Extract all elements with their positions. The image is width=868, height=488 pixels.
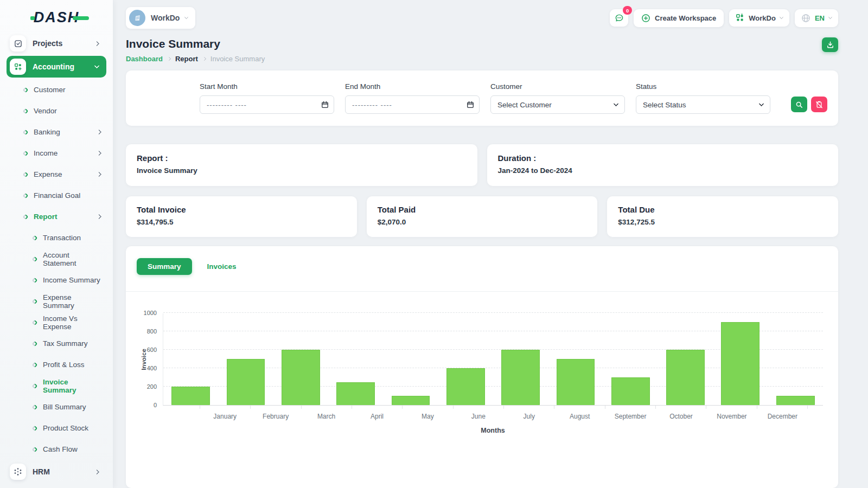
sidebar-item-expense-summary[interactable]: Expense Summary — [7, 291, 106, 312]
app-logo[interactable]: DASH — [7, 7, 106, 28]
bar-slot-december — [768, 313, 823, 405]
bar-march[interactable] — [282, 350, 320, 405]
bar-slot-march — [273, 313, 328, 405]
sidebar-item-vendor[interactable]: Vendor — [7, 100, 106, 121]
bar-slot-september — [603, 313, 658, 405]
main-area: WorkDo 0 Create Workspace WorkDo — [113, 0, 868, 488]
status-select[interactable]: Select Status — [636, 95, 770, 114]
stat-card-total-paid: Total Paid$2,070.0 — [367, 196, 598, 237]
sidebar-item-customer[interactable]: Customer — [7, 79, 106, 100]
bullet-icon — [31, 383, 37, 389]
topbar-actions: 0 Create Workspace WorkDo EN — [610, 9, 838, 27]
sidebar-item-invoice-summary[interactable]: Invoice Summary — [7, 375, 106, 396]
sidebar-item-income-vs-expense[interactable]: Income Vs Expense — [7, 312, 106, 333]
breadcrumb-report[interactable]: Report — [175, 55, 198, 63]
bullet-icon — [31, 277, 37, 283]
clear-filter-icon — [815, 101, 823, 108]
workdo-menu-button[interactable]: WorkDo — [729, 9, 789, 27]
sidebar-item-accounting[interactable]: Accounting — [7, 56, 106, 78]
bullet-icon — [31, 298, 37, 304]
x-tick — [504, 406, 554, 409]
bar-slot-may — [383, 313, 438, 405]
x-tick — [302, 406, 352, 409]
tab-summary[interactable]: Summary — [137, 258, 192, 275]
sidebar-item-account-statement[interactable]: Account Statement — [7, 248, 106, 269]
workspace-selector[interactable]: WorkDo — [126, 7, 195, 29]
bullet-icon — [22, 129, 28, 135]
accounting-grid-icon — [10, 59, 26, 75]
chat-bubble-icon — [614, 13, 624, 23]
sidebar-item-label: Projects — [33, 39, 62, 48]
x-axis-label: November — [706, 413, 757, 420]
bar-july[interactable] — [501, 350, 540, 405]
y-tick-label: 0 — [154, 402, 157, 408]
sidebar-item-profit-loss[interactable]: Profit & Loss — [7, 354, 106, 375]
bullet-icon — [22, 108, 28, 114]
calendar-icon[interactable] — [467, 101, 474, 108]
bullet-icon — [22, 214, 28, 220]
create-workspace-button[interactable]: Create Workspace — [634, 9, 724, 27]
chevron-right-icon — [94, 41, 100, 46]
sidebar-item-income[interactable]: Income — [7, 143, 106, 164]
bar-may[interactable] — [392, 396, 430, 405]
x-axis-label: April — [352, 413, 402, 420]
stat-label: Total Paid — [378, 205, 587, 214]
tab-invoices[interactable]: Invoices — [200, 258, 244, 275]
create-workspace-label: Create Workspace — [655, 14, 716, 22]
sidebar-item-report[interactable]: Report — [7, 206, 106, 227]
calendar-icon[interactable] — [321, 101, 329, 108]
breadcrumb-invoice-summary: Invoice Summary — [210, 55, 265, 63]
y-tick-label: 800 — [147, 328, 157, 335]
bar-december[interactable] — [776, 396, 815, 405]
sidebar-item-financial-goal[interactable]: Financial Goal — [7, 185, 106, 206]
sidebar-item-label: Profit & Loss — [43, 361, 85, 369]
bar-november[interactable] — [721, 322, 760, 405]
bar-january[interactable] — [171, 387, 210, 405]
sidebar-item-hrm[interactable]: HRM — [7, 461, 106, 483]
sidebar-item-label: Transaction — [43, 234, 81, 242]
sidebar-item-cash-flow[interactable]: Cash Flow — [7, 439, 106, 460]
download-button[interactable] — [822, 37, 838, 52]
sidebar-item-tax-summary[interactable]: Tax Summary — [7, 333, 106, 354]
language-selector[interactable]: EN — [795, 9, 838, 27]
bar-october[interactable] — [666, 350, 705, 405]
sidebar-item-label: Income Summary — [43, 276, 100, 284]
search-button[interactable] — [791, 97, 807, 112]
sidebar-item-projects[interactable]: Projects — [7, 33, 106, 54]
sidebar-item-expense[interactable]: Expense — [7, 164, 106, 185]
breadcrumb-dashboard[interactable]: Dashboard — [126, 55, 163, 63]
bar-february[interactable] — [227, 359, 265, 405]
sidebar-item-label: Report — [34, 213, 58, 221]
customer-select[interactable]: Select Customer — [490, 95, 625, 114]
sidebar-item-income-summary[interactable]: Income Summary — [7, 269, 106, 291]
sidebar-item-banking[interactable]: Banking — [7, 121, 106, 143]
workdo-menu-label: WorkDo — [749, 14, 776, 22]
sidebar-item-bill-summary[interactable]: Bill Summary — [7, 396, 106, 418]
bar-slot-january — [163, 313, 218, 405]
x-axis-ticks — [200, 406, 808, 409]
start-month-input[interactable] — [200, 95, 334, 114]
bar-september[interactable] — [611, 377, 650, 405]
chevron-down-icon — [828, 15, 832, 19]
page-content: Start Month End Month — [113, 70, 868, 488]
report-info-row: Report : Invoice Summary Duration : Jan-… — [126, 144, 838, 186]
sidebar-item-product-stock[interactable]: Product Stock — [7, 418, 106, 439]
x-tick — [352, 406, 403, 409]
x-tick — [605, 406, 656, 409]
y-tick-label: 400 — [147, 365, 157, 371]
bar-june[interactable] — [446, 368, 485, 405]
bullet-icon — [31, 235, 37, 241]
bar-april[interactable] — [336, 382, 375, 406]
report-value: Invoice Summary — [137, 166, 467, 175]
bars-layer — [163, 313, 823, 405]
bar-slot-april — [328, 313, 383, 405]
x-tick — [656, 406, 706, 409]
bar-august[interactable] — [557, 359, 595, 405]
messages-button[interactable]: 0 — [610, 9, 628, 27]
reset-filter-button[interactable] — [811, 97, 827, 112]
end-month-input[interactable] — [345, 95, 480, 114]
bullet-icon — [31, 425, 37, 431]
chevron-right-icon — [97, 172, 102, 177]
y-tick-label: 600 — [147, 346, 157, 353]
sidebar-item-transaction[interactable]: Transaction — [7, 227, 106, 248]
